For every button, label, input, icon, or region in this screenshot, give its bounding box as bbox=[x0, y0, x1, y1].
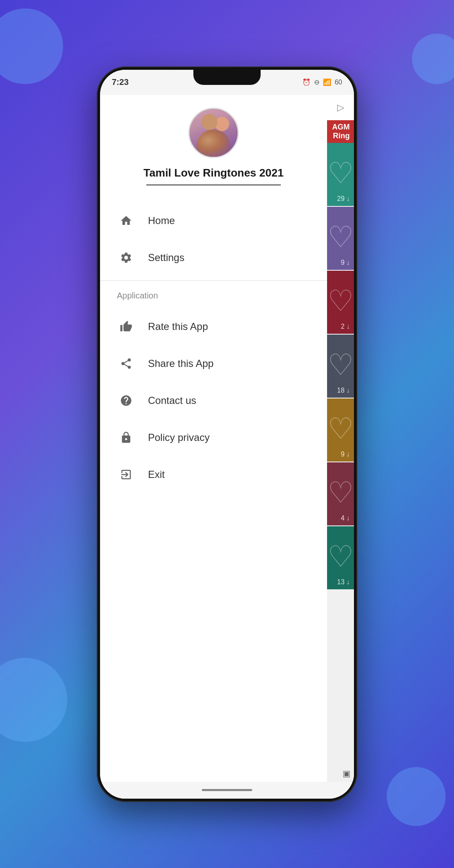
card-count-3: 2 ↓ bbox=[341, 323, 350, 330]
phone-screen: 7:23 ⏰ ⊖ 📶 60 Tamil Love Ringtones 2021 bbox=[100, 70, 354, 799]
card-count-1: 29 ↓ bbox=[337, 195, 350, 203]
menu-item-contact[interactable]: Contact us bbox=[100, 382, 327, 419]
heart-icon-6: ♡ bbox=[327, 478, 354, 507]
ringtone-card-3[interactable]: ♡ 2 ↓ bbox=[327, 271, 354, 334]
bg-decoration-1 bbox=[0, 8, 63, 84]
bg-decoration-2 bbox=[387, 767, 446, 826]
settings-icon bbox=[117, 248, 135, 267]
heart-icon-5: ♡ bbox=[327, 414, 354, 443]
ringtone-card-6[interactable]: ♡ 4 ↓ bbox=[327, 462, 354, 525]
thumbsup-icon bbox=[117, 317, 135, 336]
rate-label: Rate this App bbox=[148, 321, 208, 332]
settings-label: Settings bbox=[148, 252, 185, 264]
status-bar: 7:23 ⏰ ⊖ 📶 60 bbox=[100, 70, 354, 95]
menu-item-policy[interactable]: Policy privacy bbox=[100, 419, 327, 456]
status-time: 7:23 bbox=[112, 77, 129, 87]
menu-item-settings[interactable]: Settings bbox=[100, 239, 327, 276]
title-divider bbox=[146, 185, 281, 185]
app-avatar bbox=[188, 108, 239, 158]
card-count-7: 13 ↓ bbox=[337, 578, 350, 586]
menu-divider-1 bbox=[100, 280, 327, 281]
contact-label: Contact us bbox=[148, 395, 196, 406]
ringtone-list: ♡ 29 ↓ ♡ 9 ↓ ♡ 2 ↓ ♡ 18 ↓ bbox=[327, 143, 354, 589]
share-label: Share this App bbox=[148, 358, 214, 369]
dnd-icon: ⊖ bbox=[314, 78, 319, 86]
menu-item-share[interactable]: Share this App bbox=[100, 345, 327, 382]
screen-content: Tamil Love Ringtones 2021 Home bbox=[100, 95, 354, 782]
drawer-header: Tamil Love Ringtones 2021 bbox=[100, 95, 327, 198]
agm-banner: AGM Ring bbox=[327, 120, 354, 143]
bg-decoration-3 bbox=[0, 658, 67, 742]
nav-drawer: Tamil Love Ringtones 2021 Home bbox=[100, 95, 327, 782]
card-count-5: 9 ↓ bbox=[341, 451, 350, 458]
home-icon bbox=[117, 211, 135, 230]
notch bbox=[193, 70, 261, 85]
card-count-4: 18 ↓ bbox=[337, 387, 350, 394]
help-icon bbox=[117, 391, 135, 410]
exit-label: Exit bbox=[148, 469, 165, 480]
bg-decoration-4 bbox=[412, 34, 454, 84]
main-menu-section: Home Settings bbox=[100, 198, 327, 280]
heart-icon-1: ♡ bbox=[327, 158, 354, 187]
heart-icon-7: ♡ bbox=[327, 541, 354, 571]
ringtone-card-2[interactable]: ♡ 9 ↓ bbox=[327, 207, 354, 270]
status-icons: ⏰ ⊖ 📶 60 bbox=[302, 78, 342, 86]
ringtone-card-4[interactable]: ♡ 18 ↓ bbox=[327, 335, 354, 398]
share-icon bbox=[117, 354, 135, 373]
card-count-6: 4 ↓ bbox=[341, 514, 350, 522]
app-main-content: ▷ AGM Ring ♡ 29 ↓ ♡ 9 ↓ ♡ 2 ↓ bbox=[327, 95, 354, 782]
menu-item-home[interactable]: Home bbox=[100, 202, 327, 239]
card-count-2: 9 ↓ bbox=[341, 259, 350, 266]
app-title: Tamil Love Ringtones 2021 bbox=[143, 166, 283, 179]
home-indicator bbox=[202, 789, 252, 791]
signal-icon: 📶 bbox=[323, 78, 331, 86]
bottom-nav: ▣ bbox=[327, 765, 354, 782]
app-topbar: ▷ bbox=[327, 95, 354, 120]
ringtone-card-5[interactable]: ♡ 9 ↓ bbox=[327, 398, 354, 462]
home-label: Home bbox=[148, 215, 175, 227]
exit-icon bbox=[117, 465, 135, 484]
alarm-icon: ⏰ bbox=[302, 78, 311, 86]
avatar-image bbox=[190, 109, 238, 157]
ringtone-card-1[interactable]: ♡ 29 ↓ bbox=[327, 143, 354, 206]
battery-label: 60 bbox=[335, 79, 342, 86]
phone-frame: 7:23 ⏰ ⊖ 📶 60 Tamil Love Ringtones 2021 bbox=[97, 66, 357, 802]
nav-icon[interactable]: ▣ bbox=[343, 768, 351, 778]
menu-item-exit[interactable]: Exit bbox=[100, 456, 327, 493]
application-section-label: Application bbox=[100, 284, 327, 304]
policy-label: Policy privacy bbox=[148, 432, 210, 443]
heart-icon-3: ♡ bbox=[327, 286, 354, 315]
home-bar bbox=[100, 782, 354, 799]
heart-icon-2: ♡ bbox=[327, 222, 354, 251]
ringtone-card-7[interactable]: ♡ 13 ↓ bbox=[327, 526, 354, 589]
play-button[interactable]: ▷ bbox=[331, 98, 350, 117]
heart-icon-4: ♡ bbox=[327, 350, 354, 379]
app-menu-section: Rate this App Share this App Contact us bbox=[100, 304, 327, 497]
menu-item-rate[interactable]: Rate this App bbox=[100, 308, 327, 345]
lock-icon bbox=[117, 428, 135, 447]
